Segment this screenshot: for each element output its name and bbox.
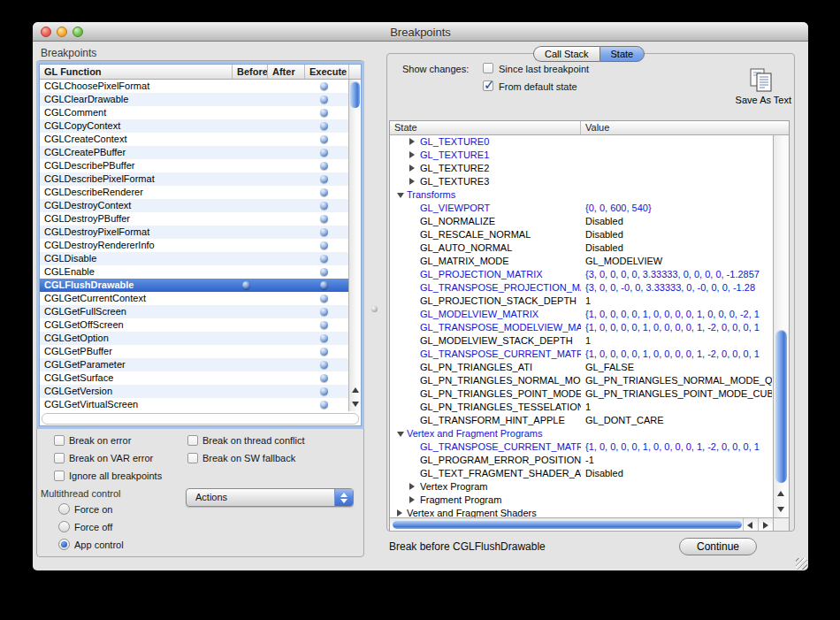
scroll-down-arrow-icon[interactable]	[774, 501, 789, 517]
table-row[interactable]: CGLComment	[40, 106, 348, 119]
state-row[interactable]: GL_NORMALIZEDisabled	[390, 215, 773, 228]
disclosure-triangle-icon[interactable]	[409, 151, 415, 158]
execute-breakpoint-orb-icon[interactable]	[320, 228, 328, 236]
scroll-up-arrow-icon[interactable]	[349, 384, 361, 397]
execute-breakpoint-orb-icon[interactable]	[320, 82, 328, 90]
break-on-var-error-checkbox[interactable]	[54, 453, 65, 463]
state-row[interactable]: GL_MATRIX_MODEGL_MODELVIEW	[390, 255, 773, 268]
break-on-sw-fallback-checkbox[interactable]	[187, 453, 198, 463]
state-row[interactable]: GL_TEXTURE2	[390, 162, 773, 175]
execute-breakpoint-orb-icon[interactable]	[320, 387, 328, 395]
table-row[interactable]: CGLCreatePBuffer	[40, 146, 348, 159]
execute-breakpoint-orb-icon[interactable]	[320, 149, 328, 157]
state-row[interactable]: Transforms	[390, 188, 773, 202]
execute-breakpoint-orb-icon[interactable]	[320, 401, 328, 409]
horizontal-scroll-track[interactable]	[42, 413, 359, 425]
execute-breakpoint-orb-icon[interactable]	[320, 361, 328, 369]
table-row[interactable]: CGLGetPBuffer	[40, 345, 348, 358]
state-row[interactable]: GL_MODELVIEW_STACK_DEPTH1	[390, 334, 773, 348]
breakpoint-list-scrollbar[interactable]	[348, 80, 361, 411]
execute-breakpoint-orb-icon[interactable]	[320, 334, 328, 342]
state-table-hscrollbar[interactable]	[390, 517, 773, 531]
state-row[interactable]: GL_PROJECTION_STACK_DEPTH1	[390, 295, 773, 308]
execute-breakpoint-orb-icon[interactable]	[320, 109, 328, 117]
disclosure-triangle-icon[interactable]	[397, 432, 404, 437]
table-row[interactable]: CGLGetVersion	[40, 385, 348, 398]
column-header-after[interactable]: After	[268, 65, 305, 79]
execute-breakpoint-orb-icon[interactable]	[320, 268, 328, 276]
state-row[interactable]: GL_RESCALE_NORMALDisabled	[390, 228, 773, 241]
table-row[interactable]: CGLGetOption	[40, 332, 348, 345]
ignore-all-breakpoints-checkbox[interactable]	[54, 471, 65, 481]
break-on-thread-conflict-checkbox[interactable]	[187, 435, 198, 446]
table-row[interactable]: CGLFlushDrawable	[40, 279, 348, 292]
execute-breakpoint-orb-icon[interactable]	[320, 241, 328, 249]
execute-breakpoint-orb-icon[interactable]	[320, 175, 328, 183]
execute-breakpoint-orb-icon[interactable]	[320, 308, 328, 316]
table-row[interactable]: CGLDestroyRendererInfo	[40, 239, 348, 252]
disclosure-triangle-icon[interactable]	[409, 496, 415, 503]
disclosure-triangle-icon[interactable]	[409, 178, 415, 185]
state-row[interactable]: GL_TEXTURE3	[390, 175, 773, 188]
scroll-left-arrow-icon[interactable]	[743, 518, 758, 531]
state-row[interactable]: GL_TRANSPOSE_CURRENT_MATRI{1, 0, 0, 0, 0…	[390, 440, 773, 454]
scroll-down-arrow-icon[interactable]	[349, 397, 361, 410]
execute-breakpoint-orb-icon[interactable]	[320, 202, 328, 210]
resize-grip[interactable]	[796, 558, 807, 570]
table-row[interactable]: CGLDestroyPixelFormat	[40, 226, 348, 239]
table-row[interactable]: CGLDescribePixelFormat	[40, 172, 348, 186]
table-row[interactable]: CGLDescribePBuffer	[40, 159, 348, 172]
force-off-radio[interactable]	[58, 521, 70, 532]
execute-breakpoint-orb-icon[interactable]	[320, 215, 328, 223]
table-row[interactable]: CGLDisable	[40, 252, 348, 265]
disclosure-triangle-icon[interactable]	[397, 509, 402, 517]
column-header-before[interactable]: Before	[233, 65, 268, 79]
tab-call-stack[interactable]: Call Stack	[533, 46, 599, 62]
tab-state[interactable]: State	[599, 46, 645, 62]
disclosure-triangle-icon[interactable]	[397, 193, 404, 198]
execute-breakpoint-orb-icon[interactable]	[320, 255, 328, 263]
state-row[interactable]: GL_AUTO_NORMALDisabled	[390, 241, 773, 255]
break-on-error-checkbox[interactable]	[54, 435, 65, 446]
state-row[interactable]: GL_PN_TRIANGLES_ATIGL_FALSE	[390, 361, 773, 374]
execute-breakpoint-orb-icon[interactable]	[320, 348, 328, 356]
state-table-vscrollbar[interactable]	[773, 135, 789, 517]
state-row[interactable]: GL_PROGRAM_ERROR_POSITION_A-1	[390, 454, 773, 467]
column-header-execute[interactable]: Execute	[305, 65, 349, 79]
disclosure-triangle-icon[interactable]	[409, 138, 415, 145]
table-row[interactable]: CGLEnable	[40, 265, 348, 279]
before-breakpoint-orb-icon[interactable]	[242, 281, 250, 289]
column-header-value[interactable]: Value	[581, 121, 774, 134]
table-row[interactable]: CGLGetParameter	[40, 358, 348, 371]
column-header-state[interactable]: State	[390, 121, 581, 134]
force-on-radio[interactable]	[58, 503, 70, 515]
state-row[interactable]: GL_TRANSPOSE_MODELVIEW_MAT{1, 0, 0, 0, 0…	[390, 321, 773, 334]
execute-breakpoint-orb-icon[interactable]	[320, 135, 328, 143]
save-as-text-icon[interactable]	[745, 68, 775, 93]
scroll-right-arrow-icon[interactable]	[758, 518, 773, 531]
scrollbar-thumb[interactable]	[350, 81, 360, 108]
table-row[interactable]: CGLChoosePixelFormat	[40, 80, 348, 93]
disclosure-triangle-icon[interactable]	[409, 483, 415, 490]
execute-breakpoint-orb-icon[interactable]	[320, 122, 328, 130]
from-default-state-checkbox[interactable]	[483, 80, 493, 91]
table-row[interactable]: CGLDestroyPBuffer	[40, 212, 348, 226]
table-row[interactable]: CGLGetSurface	[40, 371, 348, 385]
execute-breakpoint-orb-icon[interactable]	[320, 188, 328, 196]
execute-breakpoint-orb-icon[interactable]	[320, 374, 328, 382]
state-row[interactable]: GL_VIEWPORT{0, 0, 600, 540}	[390, 202, 773, 215]
scroll-up-arrow-icon[interactable]	[774, 486, 789, 501]
splitter-handle[interactable]	[371, 306, 378, 312]
state-row[interactable]: GL_TEXT_FRAGMENT_SHADER_ATDisabled	[390, 467, 773, 480]
state-row[interactable]: GL_TRANSPOSE_CURRENT_MATRI{1, 0, 0, 0, 0…	[390, 348, 773, 361]
title-bar[interactable]: Breakpoints	[33, 22, 808, 42]
continue-button[interactable]: Continue	[679, 538, 757, 555]
state-row[interactable]: GL_PN_TRIANGLES_POINT_MODE_GL_PN_TRIANGL…	[390, 387, 773, 401]
table-row[interactable]: CGLDescribeRenderer	[40, 186, 348, 199]
execute-breakpoint-orb-icon[interactable]	[320, 162, 328, 170]
scrollbar-thumb[interactable]	[393, 520, 742, 529]
app-control-radio[interactable]	[58, 539, 70, 550]
state-row[interactable]: GL_PN_TRIANGLES_NORMAL_MODGL_PN_TRIANGLE…	[390, 374, 773, 387]
table-row[interactable]: CGLCopyContext	[40, 119, 348, 133]
state-row[interactable]: Vertex Program	[390, 480, 773, 494]
